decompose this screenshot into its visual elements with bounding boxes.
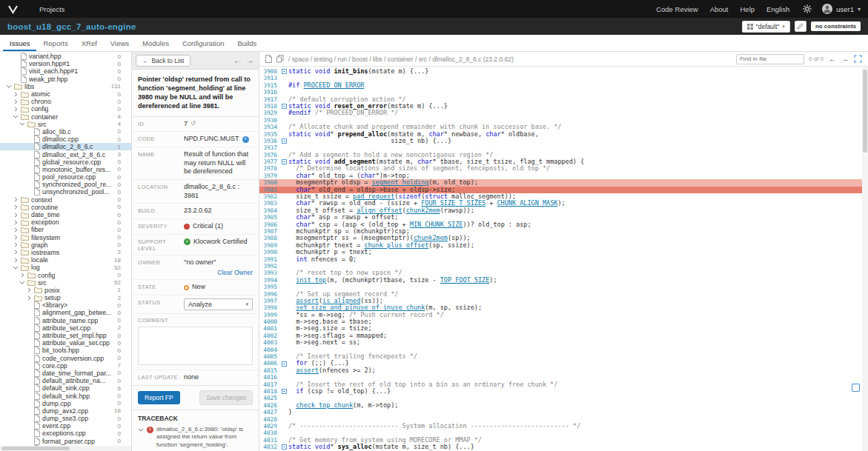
- tree-item-libs[interactable]: libs131: [0, 83, 131, 90]
- code-fold-icon[interactable]: [280, 444, 288, 450]
- report-fp-button[interactable]: Report FP: [138, 391, 180, 404]
- line-number[interactable]: 4025: [259, 395, 280, 401]
- caret-right-icon[interactable]: [13, 107, 19, 112]
- line-number[interactable]: 3918: [259, 103, 280, 110]
- comment-input[interactable]: [138, 327, 253, 365]
- line-number[interactable]: 3982: [259, 193, 280, 200]
- tab-issues[interactable]: Issues: [3, 35, 36, 51]
- line-number[interactable]: 4028: [259, 416, 280, 423]
- code-line[interactable]: 4015 assert(nfences >= 2);: [259, 367, 862, 374]
- tree-item-version-hpp-1[interactable]: version.hpp#10: [0, 60, 131, 67]
- tab-builds[interactable]: Builds: [231, 35, 263, 51]
- code-line[interactable]: 4026 check_top_chunk(m, m->top);: [259, 402, 862, 409]
- line-number[interactable]: 3978: [259, 165, 280, 172]
- code-fold-icon[interactable]: [280, 138, 288, 144]
- line-number[interactable]: 3991: [259, 256, 280, 263]
- line-number[interactable]: 4027: [259, 409, 280, 415]
- line-number[interactable]: 3908: [259, 68, 280, 75]
- code-line[interactable]: 3929#endif /* PROCEED_ON_ERROR */: [259, 110, 862, 116]
- tab-xref[interactable]: XRef: [75, 35, 104, 51]
- tree-item-unsynchronized-pool[interactable]: unsynchronized_pool...0: [0, 188, 131, 196]
- tree-item-config[interactable]: config0: [0, 105, 131, 113]
- save-changes-button[interactable]: Save changes: [199, 390, 253, 405]
- line-number[interactable]: 4002: [259, 333, 280, 339]
- line-number[interactable]: 4031: [259, 437, 280, 444]
- tree-item-dlmalloc-ext-2-8-6-c[interactable]: dlmalloc_ext_2_8_6.c3: [0, 150, 131, 158]
- tree-item-bit-tools-hpp[interactable]: bit_tools.hpp0: [0, 347, 131, 354]
- caret-down-icon[interactable]: [6, 84, 12, 89]
- line-number[interactable]: 3996: [259, 291, 280, 298]
- line-number[interactable]: 4018: [259, 388, 280, 395]
- code-symbol-link[interactable]: assert: [296, 367, 319, 374]
- scrollbar-thumb[interactable]: [1, 447, 70, 450]
- tree-item-graph[interactable]: graph0: [0, 241, 131, 249]
- topbar-link-about[interactable]: About: [710, 5, 729, 13]
- caret-down-icon[interactable]: [13, 265, 19, 270]
- tree-item-filesystem[interactable]: filesystem0: [0, 234, 131, 241]
- code-line[interactable]: 3915#if PROCEED_ON_ERROR: [259, 82, 862, 89]
- line-number[interactable]: 4000: [259, 318, 280, 325]
- user-menu[interactable]: user1 ▾: [822, 4, 861, 14]
- caret-right-icon[interactable]: [13, 204, 19, 210]
- line-number[interactable]: 3983: [259, 200, 280, 207]
- caret-right-icon[interactable]: [26, 295, 32, 301]
- line-number[interactable]: 3992: [259, 263, 280, 270]
- line-number[interactable]: 3976: [259, 152, 280, 158]
- caret-down-icon[interactable]: [13, 114, 19, 119]
- nav-projects[interactable]: Projects: [39, 5, 64, 13]
- topbar-link-english[interactable]: English: [766, 5, 789, 13]
- next-issue-button[interactable]: →: [245, 56, 255, 64]
- tree-item-event-cpp[interactable]: event.cpp0: [0, 422, 131, 430]
- brand-logo-icon[interactable]: [7, 4, 19, 14]
- tree-item-coroutine[interactable]: coroutine0: [0, 204, 131, 211]
- line-number[interactable]: 3935: [259, 131, 280, 138]
- view-selector[interactable]: "default" ▾: [742, 21, 790, 33]
- copy-icon[interactable]: [276, 55, 284, 63]
- line-number[interactable]: 4016: [259, 374, 280, 381]
- tree-item-default-sink-hpp[interactable]: default_sink.hpp0: [0, 392, 131, 399]
- code-line[interactable]: 4003 m->seg.next = ss;: [259, 339, 862, 346]
- code-line[interactable]: 4032static void* sys_alloc(mstate m, siz…: [259, 444, 862, 450]
- tree-item-dlmalloc-cpp[interactable]: dlmalloc.cpp0: [0, 136, 131, 143]
- tree-item-setup[interactable]: setup2: [0, 294, 131, 301]
- line-number[interactable]: 3980: [259, 179, 280, 186]
- caret-right-icon[interactable]: [13, 92, 19, 97]
- tree-item-exceptions-cpp[interactable]: exceptions.cpp0: [0, 430, 131, 437]
- back-to-list-button[interactable]: ← Back to List: [136, 55, 191, 67]
- code-line[interactable]: 4018 if (csp != old_top) {...}: [259, 388, 862, 395]
- line-number[interactable]: 3999: [259, 312, 280, 318]
- code-line[interactable]: 4005 /* Insert trailing fenceposts */: [259, 353, 862, 360]
- issue-severity[interactable]: Critical (1): [193, 222, 223, 231]
- line-number[interactable]: 3929: [259, 110, 280, 116]
- tree-item-attribute-set-cpp[interactable]: attribute_set.cpp2: [0, 324, 131, 332]
- caret-right-icon[interactable]: [13, 250, 19, 255]
- edit-view-button[interactable]: [795, 21, 806, 32]
- code-line[interactable]: 3991 int nfences = 0;: [259, 256, 862, 263]
- line-number[interactable]: 4017: [259, 381, 280, 388]
- tree-horizontal-scrollbar[interactable]: [0, 446, 131, 451]
- tree-item-src[interactable]: src52: [0, 279, 131, 287]
- find-in-file-input[interactable]: [736, 54, 804, 64]
- caret-right-icon[interactable]: [26, 287, 32, 293]
- caret-right-icon[interactable]: [13, 220, 19, 225]
- tab-reports[interactable]: Reports: [36, 35, 74, 51]
- tree-item-default-sink-cpp[interactable]: default_sink.cpp6: [0, 384, 131, 392]
- find-previous-button[interactable]: ←: [828, 55, 837, 63]
- caret-right-icon[interactable]: [13, 99, 19, 104]
- code-symbol-link[interactable]: chunk2mem: [406, 207, 440, 214]
- tree-item-iostreams[interactable]: iostreams2: [0, 249, 131, 256]
- caret-right-icon[interactable]: [13, 213, 19, 218]
- line-number[interactable]: 3994: [259, 277, 280, 284]
- line-number[interactable]: 3984: [259, 207, 280, 214]
- caret-right-icon[interactable]: [13, 235, 19, 240]
- line-number[interactable]: 3930: [259, 117, 280, 124]
- code-symbol-link[interactable]: TOP_FOOT_SIZE: [440, 276, 490, 284]
- tree-item-locale[interactable]: locale18: [0, 256, 131, 264]
- tree-item-alloc-lib-c[interactable]: alloc_lib.c0: [0, 128, 131, 136]
- tree-item-variant-hpp[interactable]: variant.hpp0: [0, 53, 131, 60]
- caret-down-icon[interactable]: [19, 280, 25, 285]
- clear-owner-link[interactable]: Clear Owner: [184, 269, 253, 276]
- caret-down-icon[interactable]: [138, 427, 144, 432]
- line-number[interactable]: 4005: [259, 353, 280, 360]
- tree-item-chrono[interactable]: chrono0: [0, 98, 131, 105]
